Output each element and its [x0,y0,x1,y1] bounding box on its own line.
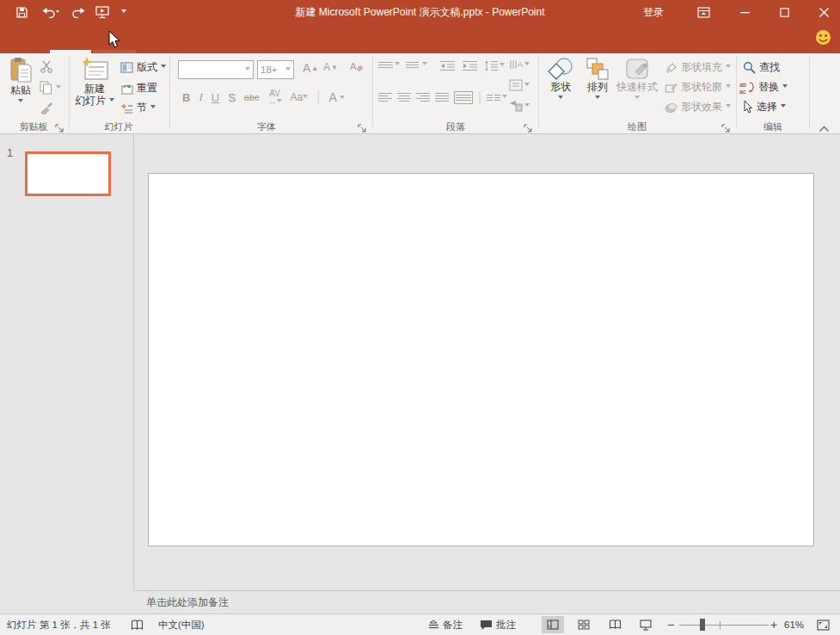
layout-button[interactable]: 版式 [120,60,166,75]
font-name-combo[interactable] [178,60,254,79]
paragraph-dialog-launcher[interactable] [524,121,533,131]
mouse-cursor [108,31,121,49]
shape-outline-button[interactable]: 形状轮廓 [665,80,731,95]
cut-icon [40,60,53,73]
bullets-button[interactable] [378,60,400,70]
font-color-dropdown-icon [340,96,345,102]
minimize-icon [740,8,750,17]
select-button[interactable]: 选择 [743,100,786,114]
text-direction-icon: A [509,59,523,71]
line-spacing-icon [484,60,498,71]
slide-indicator[interactable]: 幻灯片 第 1 张，共 1 张 [7,614,111,635]
find-button[interactable]: 查找 [743,60,780,75]
minimize-button[interactable] [730,0,759,24]
reset-button[interactable]: 重置 [120,81,157,96]
feedback-smiley-button[interactable] [815,29,831,49]
reading-view-button[interactable] [604,616,626,633]
paste-icon [9,57,32,84]
slide-canvas[interactable] [148,173,814,546]
notes-toggle-button[interactable]: 备注 [428,614,463,635]
zoom-slider-track[interactable] [679,625,769,626]
slide-sorter-view-button[interactable] [573,616,595,633]
shape-effects-button[interactable]: 形状效果 [665,100,731,114]
slide-thumbnail[interactable] [25,151,111,196]
new-slide-button[interactable]: 新建 幻灯片 [74,57,115,107]
text-shadow-button[interactable]: S [228,91,236,104]
select-icon [743,101,753,114]
svg-text:A: A [350,61,357,71]
zoom-slider-center-tick [720,621,720,629]
notes-pane[interactable]: 单击此处添加备注 [134,590,840,613]
ribbon-tab-row: 文件 开始 插入 设计 切换 动画 幻灯片放映 审阅 视图 帮助 告诉我你想要做… [0,24,840,53]
font-size-combo[interactable]: 18+ [257,60,294,79]
slide-number: 1 [7,146,13,159]
text-direction-button[interactable]: A [509,59,530,71]
character-spacing-button[interactable]: AV↔ [268,89,282,105]
quick-styles-icon [624,57,650,81]
group-separator [538,56,539,129]
svg-text:A: A [518,60,523,69]
select-label: 选择 [757,100,777,114]
shape-effects-dropdown-icon [726,104,731,110]
comments-toggle-button[interactable]: 批注 [480,614,516,635]
numbering-button[interactable] [406,60,427,70]
cut-button[interactable] [40,60,53,73]
sign-in-link[interactable]: 登录 [643,0,664,24]
increase-indent-button[interactable] [463,60,477,71]
change-case-button[interactable]: Aa [291,91,309,103]
align-center-button[interactable] [397,91,411,103]
zoom-out-button[interactable]: − [667,614,674,635]
font-group-label: 字体 [172,120,361,133]
maximize-button[interactable] [769,0,799,24]
group-separator [372,56,373,129]
replace-label: 替换 [758,80,779,95]
underline-button[interactable]: U [212,91,219,104]
replace-icon: abac [739,81,755,94]
paste-button[interactable]: 粘贴 [5,57,36,105]
line-spacing-button[interactable] [484,60,505,71]
bold-button[interactable]: B [182,91,190,104]
collapse-ribbon-button[interactable] [819,120,830,136]
section-button[interactable]: 节 [120,101,156,115]
convert-smartart-button[interactable] [509,100,530,112]
close-button[interactable] [809,0,838,24]
font-name-dropdown-icon [245,67,250,73]
columns-icon [487,93,500,102]
decrease-indent-button[interactable] [440,60,455,71]
format-painter-button[interactable] [40,101,53,114]
font-color-button[interactable]: A [328,90,344,104]
justify-button[interactable] [435,91,449,103]
shape-fill-button[interactable]: 形状填充 [665,60,731,75]
quick-styles-button[interactable]: 快速样式 [616,57,659,102]
font-dialog-launcher[interactable] [358,121,367,131]
zoom-in-button[interactable]: + [770,614,777,635]
italic-button[interactable]: I [199,90,202,104]
align-right-button[interactable] [416,91,430,103]
decrease-font-button[interactable]: A▼ [323,61,338,73]
zoom-level-button[interactable]: 61% [784,614,804,635]
replace-button[interactable]: abac 替换 [739,80,788,95]
clipboard-dialog-launcher[interactable] [55,121,64,131]
convert-smartart-icon [509,100,523,112]
language-indicator[interactable]: 中文(中国) [158,614,205,635]
increase-font-button[interactable]: A▲ [303,61,318,75]
normal-view-button[interactable] [542,616,564,633]
new-slide-icon [80,57,109,83]
align-text-button[interactable] [509,79,530,91]
columns-button[interactable] [487,93,507,102]
distribute-button[interactable] [454,91,473,104]
layout-label: 版式 [137,60,157,75]
arrange-button[interactable]: 排列 [581,57,614,102]
ribbon-display-options-button[interactable] [689,0,718,24]
spell-check-button[interactable] [131,614,144,635]
shapes-button[interactable]: 形状 [544,57,577,102]
copy-button[interactable] [40,81,61,95]
slideshow-view-button[interactable] [635,616,657,633]
align-left-button[interactable] [378,91,392,103]
zoom-slider-handle[interactable] [700,619,705,631]
strikethrough-button[interactable]: abc [244,92,260,102]
drawing-dialog-launcher[interactable] [721,121,731,131]
shape-effects-label: 形状效果 [681,100,722,114]
clear-formatting-button[interactable]: A [349,60,363,74]
fit-slide-to-window-button[interactable] [817,614,830,635]
